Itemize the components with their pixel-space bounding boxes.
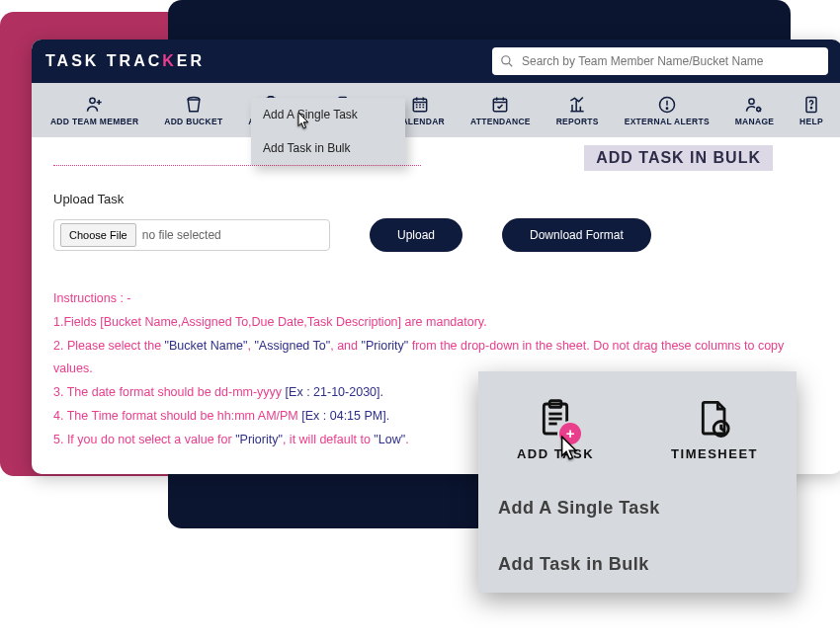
tool-label: MANAGE xyxy=(735,117,775,126)
zoom-dropdown-add-bulk[interactable]: Add Task in Bulk xyxy=(478,536,797,593)
file-clock-icon xyxy=(695,397,734,441)
tool-help[interactable]: HELP xyxy=(799,95,823,126)
brand-pink: K xyxy=(162,52,177,69)
cursor-icon xyxy=(553,435,579,464)
cursor-icon xyxy=(293,111,310,132)
tool-add-bucket[interactable]: ADD BUCKET xyxy=(164,95,222,126)
toolbar: ADD TEAM MEMBER ADD BUCKET ADD TASK TIME… xyxy=(32,83,840,137)
download-format-button[interactable]: Download Format xyxy=(502,218,651,252)
svg-point-12 xyxy=(666,108,667,109)
choose-file-button[interactable]: Choose File xyxy=(60,223,136,247)
zoom-timesheet-label: TIMESHEET xyxy=(671,446,758,461)
upload-button[interactable]: Upload xyxy=(370,218,462,252)
clipboard-plus-icon: + xyxy=(536,397,575,441)
zoom-inset: + ADD TASK TIMESHEET Add A Single Task A… xyxy=(478,371,797,593)
zoom-tool-timesheet[interactable]: TIMESHEET xyxy=(671,397,758,461)
tool-label: EXTERNAL ALERTS xyxy=(625,117,710,126)
alert-icon xyxy=(657,95,677,115)
search-input[interactable] xyxy=(522,54,820,68)
divider xyxy=(53,165,421,166)
svg-line-1 xyxy=(509,63,512,66)
search-box[interactable] xyxy=(492,47,828,75)
tool-label: HELP xyxy=(799,117,823,126)
tool-label: ADD BUCKET xyxy=(164,117,222,126)
zoom-dropdown: Add A Single Task Add Task in Bulk xyxy=(478,480,797,593)
brand-tracker-2: ER xyxy=(177,52,205,69)
tool-label: ATTENDANCE xyxy=(470,117,531,126)
upload-row: Choose File no file selected Upload Down… xyxy=(53,218,820,252)
brand-logo: TASK TRACKER xyxy=(45,52,205,70)
zoom-dropdown-add-single[interactable]: Add A Single Task xyxy=(478,480,797,536)
help-book-icon xyxy=(801,95,821,115)
instructions-header: Instructions : - xyxy=(53,287,820,311)
tool-external-alerts[interactable]: EXTERNAL ALERTS xyxy=(625,95,710,126)
svg-rect-10 xyxy=(494,99,507,112)
tool-manage[interactable]: MANAGE xyxy=(735,95,775,126)
upload-label: Upload Task xyxy=(53,192,820,206)
person-plus-icon xyxy=(85,95,105,115)
svg-point-13 xyxy=(749,99,754,104)
dropdown-add-single-task[interactable]: Add A Single Task xyxy=(251,98,405,131)
zoom-toolbar: + ADD TASK TIMESHEET xyxy=(478,371,797,480)
brand-task: TASK xyxy=(45,52,99,69)
add-task-dropdown: Add A Single Task Add Task in Bulk xyxy=(251,98,405,165)
upload-section: Upload Task Choose File no file selected… xyxy=(53,192,820,252)
tool-add-team-member[interactable]: ADD TEAM MEMBER xyxy=(50,95,139,126)
svg-point-16 xyxy=(810,107,811,108)
file-input[interactable]: Choose File no file selected xyxy=(53,219,330,251)
chart-icon xyxy=(567,95,587,115)
dropdown-add-task-bulk[interactable]: Add Task in Bulk xyxy=(251,131,405,165)
person-gear-icon xyxy=(744,95,764,115)
search-icon xyxy=(500,54,514,68)
titlebar: TASK TRACKER xyxy=(32,40,840,83)
tool-label: REPORTS xyxy=(556,117,599,126)
brand-tracker-1: TRAC xyxy=(107,52,162,69)
svg-point-2 xyxy=(89,98,94,103)
svg-point-0 xyxy=(502,56,510,64)
calendar-icon xyxy=(410,95,430,115)
no-file-text: no file selected xyxy=(142,228,221,242)
instruction-1: 1.Fields [Bucket Name,Assigned To,Due Da… xyxy=(53,311,820,335)
tool-label: ADD TEAM MEMBER xyxy=(50,117,139,126)
page-title: ADD TASK IN BULK xyxy=(584,145,773,171)
tool-attendance[interactable]: ATTENDANCE xyxy=(470,95,531,126)
bucket-icon xyxy=(184,95,204,115)
tool-reports[interactable]: REPORTS xyxy=(556,95,599,126)
calendar-check-icon xyxy=(490,95,510,115)
